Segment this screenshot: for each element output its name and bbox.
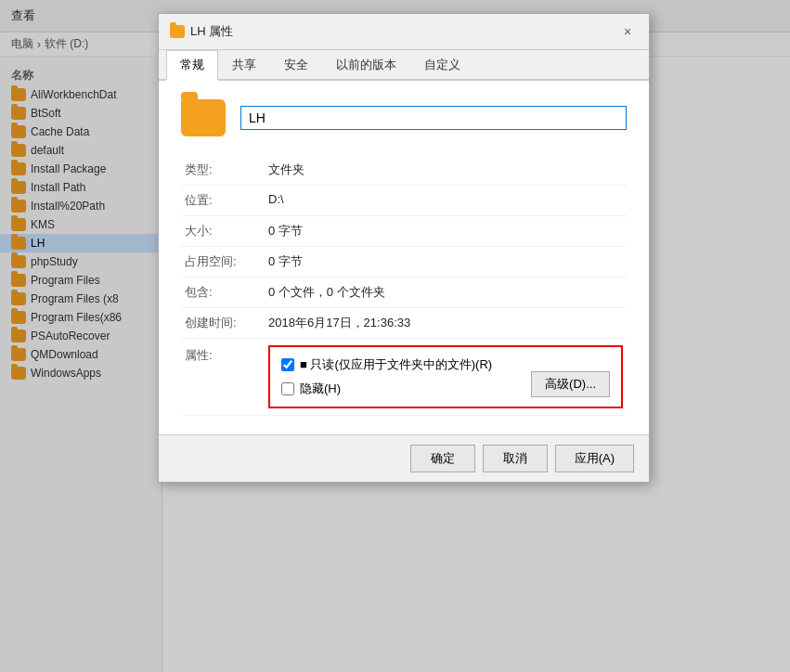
dialog-tabs: 常规共享安全以前的版本自定义 — [159, 50, 649, 81]
properties-dialog: LH 属性 × 常规共享安全以前的版本自定义 类型:文件夹位置:D:\大小:0 … — [158, 13, 650, 483]
checkbox-hidden-label[interactable]: 隐藏(H) — [281, 381, 492, 397]
apply-button[interactable]: 应用(A) — [555, 445, 634, 472]
dialog-title-text: LH 属性 — [190, 23, 233, 40]
folder-name-input[interactable] — [240, 106, 627, 130]
attributes-row: 属性: ■ 只读(仅应用于文件夹中的文件)(R) 隐藏(H) 高级(D)... — [181, 339, 627, 416]
attributes-box: ■ 只读(仅应用于文件夹中的文件)(R) 隐藏(H) 高级(D)... — [268, 345, 623, 408]
info-value: 0 字节 — [265, 216, 627, 247]
tab-以前的版本[interactable]: 以前的版本 — [322, 50, 410, 81]
info-label: 位置: — [181, 186, 265, 216]
info-row: 类型:文件夹 — [181, 155, 627, 186]
folder-name-row — [181, 99, 627, 136]
info-value: 0 个文件，0 个文件夹 — [265, 278, 627, 308]
large-folder-icon — [181, 99, 226, 136]
dialog-title-left: LH 属性 — [170, 23, 233, 40]
info-row: 创建时间:2018年6月17日，21:36:33 — [181, 308, 627, 339]
info-label: 包含: — [181, 278, 265, 308]
cancel-button[interactable]: 取消 — [483, 445, 548, 472]
dialog-body: 类型:文件夹位置:D:\大小:0 字节占用空间:0 字节包含:0 个文件，0 个… — [159, 81, 649, 434]
info-row: 占用空间:0 字节 — [181, 247, 627, 278]
checkbox-readonly-text: ■ 只读(仅应用于文件夹中的文件)(R) — [300, 356, 492, 373]
dialog-footer: 确定 取消 应用(A) — [159, 434, 649, 482]
checkbox-hidden[interactable] — [281, 382, 294, 395]
info-value: 2018年6月17日，21:36:33 — [265, 308, 627, 339]
checkbox-hidden-text: 隐藏(H) — [300, 381, 341, 397]
ok-button[interactable]: 确定 — [410, 445, 475, 472]
info-label: 占用空间: — [181, 247, 265, 278]
info-value: D:\ — [265, 186, 627, 216]
checkbox-readonly-label[interactable]: ■ 只读(仅应用于文件夹中的文件)(R) — [281, 356, 492, 373]
checkbox-readonly-row: ■ 只读(仅应用于文件夹中的文件)(R) 隐藏(H) 高级(D)... — [281, 356, 610, 397]
attributes-label: 属性: — [185, 345, 268, 364]
tab-安全[interactable]: 安全 — [270, 50, 322, 81]
info-row: 包含:0 个文件，0 个文件夹 — [181, 278, 627, 308]
info-value: 文件夹 — [265, 155, 627, 186]
info-label: 创建时间: — [181, 308, 265, 339]
dialog-folder-icon — [170, 25, 185, 38]
tab-共享[interactable]: 共享 — [218, 50, 270, 81]
dialog-titlebar: LH 属性 × — [159, 14, 649, 50]
checkbox-readonly[interactable] — [281, 358, 294, 371]
info-row: 大小:0 字节 — [181, 216, 627, 247]
info-label: 类型: — [181, 155, 265, 186]
info-table: 类型:文件夹位置:D:\大小:0 字节占用空间:0 字节包含:0 个文件，0 个… — [181, 155, 627, 339]
tab-自定义[interactable]: 自定义 — [410, 50, 474, 81]
advanced-button[interactable]: 高级(D)... — [531, 371, 610, 397]
tab-常规[interactable]: 常规 — [166, 50, 218, 81]
info-row: 位置:D:\ — [181, 186, 627, 216]
info-value: 0 字节 — [265, 247, 627, 278]
dialog-close-button[interactable]: × — [617, 21, 638, 42]
info-label: 大小: — [181, 216, 265, 247]
